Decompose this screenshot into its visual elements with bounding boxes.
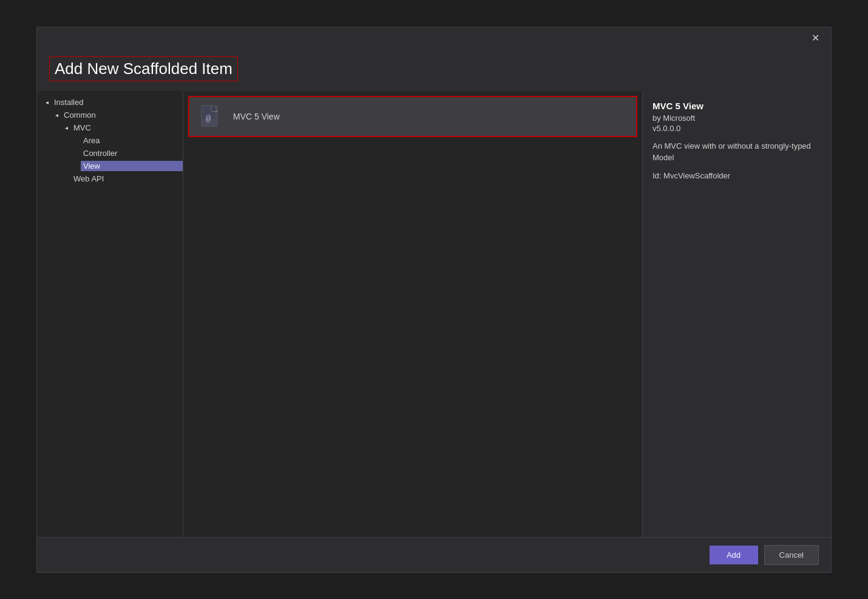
- sidebar-label-common: Common: [61, 110, 183, 120]
- sidebar-label-view: View: [81, 161, 183, 171]
- sidebar-label-mvc: MVC: [71, 123, 183, 133]
- dialog-header: Add New Scaffolded Item: [37, 49, 831, 91]
- sidebar-item-controller[interactable]: Controller: [37, 147, 183, 160]
- close-button[interactable]: ✕: [807, 30, 824, 47]
- detail-id: Id: MvcViewScaffolder: [653, 171, 821, 180]
- arrow-installed: ◂: [42, 99, 52, 106]
- dialog-titlebar: ✕: [37, 27, 831, 49]
- sidebar-item-mvc[interactable]: ◂ MVC: [37, 121, 183, 134]
- dialog-title: Add New Scaffolded Item: [49, 56, 238, 81]
- scaffold-item-mvc5view-label: MVC 5 View: [233, 112, 280, 121]
- detail-author: by Microsoft: [653, 113, 821, 123]
- mvc5view-icon: @: [197, 102, 226, 131]
- detail-name: MVC 5 View: [653, 101, 821, 111]
- sidebar-label-controller: Controller: [81, 148, 183, 158]
- sidebar-item-view[interactable]: View: [37, 160, 183, 172]
- detail-version: v5.0.0.0: [653, 124, 821, 133]
- arrow-mvc: ◂: [61, 124, 71, 131]
- sidebar-item-webapi[interactable]: Web API: [37, 172, 183, 185]
- add-button[interactable]: Add: [710, 546, 758, 564]
- dialog-body: ◂ Installed ◂ Common ◂ MVC Area Controll…: [37, 91, 831, 537]
- dialog-footer: Add Cancel: [37, 537, 831, 572]
- add-scaffolded-item-dialog: ✕ Add New Scaffolded Item ◂ Installed ◂ …: [36, 27, 832, 573]
- sidebar-label-area: Area: [81, 135, 183, 146]
- sidebar-label-installed: Installed: [52, 97, 183, 107]
- sidebar-item-common[interactable]: ◂ Common: [37, 109, 183, 121]
- cancel-button[interactable]: Cancel: [764, 545, 819, 565]
- scaffold-item-mvc5view[interactable]: @ MVC 5 View: [188, 96, 637, 137]
- sidebar-item-area[interactable]: Area: [37, 134, 183, 147]
- sidebar: ◂ Installed ◂ Common ◂ MVC Area Controll…: [37, 91, 183, 537]
- detail-description: An MVC view with or without a strongly-t…: [653, 140, 821, 164]
- svg-text:@: @: [206, 114, 211, 124]
- detail-panel: MVC 5 View by Microsoft v5.0.0.0 An MVC …: [643, 91, 831, 537]
- sidebar-item-installed[interactable]: ◂ Installed: [37, 96, 183, 109]
- arrow-common: ◂: [52, 112, 61, 118]
- scaffold-items-list: @ MVC 5 View: [183, 91, 643, 537]
- sidebar-label-webapi: Web API: [71, 174, 183, 184]
